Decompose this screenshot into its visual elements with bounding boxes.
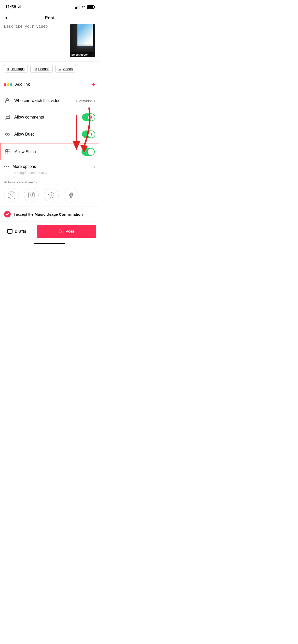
hashtags-button[interactable]: # Hashtags bbox=[4, 65, 28, 72]
instagram-share-button[interactable] bbox=[24, 188, 39, 202]
videos-label: Videos bbox=[63, 67, 73, 71]
svg-rect-4 bbox=[76, 7, 77, 9]
tiktok-circle-share-button[interactable] bbox=[44, 188, 59, 202]
music-confirmation-row[interactable]: I accept the Music Usage Confirmation bbox=[0, 207, 99, 222]
svg-point-11 bbox=[5, 133, 7, 135]
description-input[interactable] bbox=[4, 24, 67, 55]
more-options-label: More options bbox=[12, 164, 36, 169]
videos-button[interactable]: ⊙ Videos bbox=[55, 65, 76, 72]
svg-point-22 bbox=[33, 193, 33, 194]
tiktok-add-icon bbox=[48, 192, 55, 199]
music-confirmation-text: I accept the Music Usage Confirmation bbox=[14, 212, 83, 216]
tiktok-small-icon: ♪ bbox=[92, 53, 94, 56]
svg-rect-18 bbox=[6, 152, 8, 154]
svg-rect-20 bbox=[28, 192, 34, 198]
check-circle-icon bbox=[4, 211, 11, 217]
facebook-share-button[interactable] bbox=[64, 188, 78, 202]
allow-stitch-label: Allow Stitch bbox=[15, 150, 36, 154]
status-bar: 11:58 bbox=[0, 0, 99, 13]
more-chevron-icon: › bbox=[94, 164, 95, 169]
add-link-row[interactable]: Add link + bbox=[0, 76, 99, 93]
share-section: Automatically share to: bbox=[0, 177, 99, 207]
svg-rect-6 bbox=[79, 5, 79, 9]
drafts-button[interactable]: Drafts bbox=[0, 225, 34, 238]
svg-rect-19 bbox=[8, 152, 10, 154]
more-options-row[interactable]: More options › bbox=[0, 160, 99, 171]
post-label: Post bbox=[65, 229, 74, 234]
cover-thumbnail[interactable]: Select cover ♪ bbox=[70, 24, 95, 57]
description-area: Select cover ♪ bbox=[0, 24, 99, 62]
svg-rect-0 bbox=[18, 7, 19, 8]
who-can-watch-value: Everyone bbox=[76, 99, 92, 103]
friends-button[interactable]: @ Friends bbox=[30, 65, 53, 72]
signal-icon bbox=[75, 5, 79, 9]
svg-rect-17 bbox=[8, 150, 10, 152]
more-options-section: More options › Manage upload quality bbox=[0, 160, 99, 177]
duet-icon bbox=[4, 131, 11, 138]
hashtag-icon: # bbox=[7, 67, 9, 71]
status-icons bbox=[75, 5, 94, 9]
page-title: Post bbox=[45, 15, 55, 21]
svg-rect-7 bbox=[6, 100, 9, 103]
svg-rect-1 bbox=[19, 6, 20, 8]
stitch-icon bbox=[5, 149, 11, 155]
allow-duet-row[interactable]: Allow Duet bbox=[0, 126, 99, 143]
wifi-icon bbox=[81, 5, 86, 9]
facebook-icon bbox=[67, 192, 75, 199]
share-title: Automatically share to: bbox=[4, 180, 95, 184]
music-confirmation-bold: Music Usage Confirmation bbox=[35, 212, 83, 216]
whatsapp-icon bbox=[8, 192, 15, 199]
allow-comments-label: Allow comments bbox=[14, 115, 44, 120]
play-icon: ⊙ bbox=[59, 67, 61, 71]
chevron-icon: › bbox=[94, 98, 95, 103]
home-indicator bbox=[0, 241, 99, 245]
allow-comments-toggle[interactable] bbox=[82, 113, 95, 121]
svg-point-12 bbox=[7, 133, 9, 135]
settings-section: Who can watch this video Everyone › Allo… bbox=[0, 93, 99, 160]
svg-rect-5 bbox=[77, 6, 78, 9]
svg-point-10 bbox=[8, 117, 9, 117]
svg-rect-3 bbox=[75, 7, 76, 9]
svg-point-8 bbox=[6, 117, 7, 117]
sim-icon bbox=[18, 5, 22, 9]
bottom-bar: Drafts Post bbox=[0, 222, 99, 241]
allow-stitch-toggle[interactable] bbox=[82, 148, 95, 156]
svg-point-21 bbox=[30, 194, 32, 196]
at-icon: @ bbox=[34, 67, 37, 71]
who-can-watch-row[interactable]: Who can watch this video Everyone › bbox=[0, 93, 99, 109]
allow-comments-row[interactable]: Allow comments bbox=[0, 109, 99, 126]
svg-rect-2 bbox=[20, 5, 21, 8]
header: < Post bbox=[0, 13, 99, 24]
tags-row: # Hashtags @ Friends ⊙ Videos bbox=[0, 62, 99, 76]
back-button[interactable]: < bbox=[5, 15, 8, 21]
lock-icon bbox=[4, 97, 11, 104]
link-dots-icon bbox=[4, 82, 12, 87]
status-time: 11:58 bbox=[5, 5, 16, 10]
friends-label: Friends bbox=[38, 67, 49, 71]
checkmark-icon bbox=[6, 212, 9, 216]
drafts-icon bbox=[7, 229, 12, 234]
drafts-label: Drafts bbox=[15, 229, 26, 234]
whatsapp-share-button[interactable] bbox=[4, 188, 19, 202]
allow-stitch-row[interactable]: Allow Stitch bbox=[0, 143, 99, 160]
add-link-label: Add link bbox=[15, 82, 30, 87]
select-cover-label: Select cover bbox=[71, 53, 88, 56]
svg-rect-16 bbox=[6, 150, 8, 152]
post-upload-icon bbox=[59, 229, 63, 234]
svg-point-9 bbox=[7, 117, 8, 117]
post-button[interactable]: Post bbox=[37, 225, 96, 238]
share-icons-row bbox=[4, 188, 95, 202]
who-can-watch-label: Who can watch this video bbox=[14, 98, 60, 103]
allow-duet-label: Allow Duet bbox=[14, 132, 34, 137]
home-bar bbox=[34, 243, 65, 244]
instagram-icon bbox=[28, 192, 35, 199]
plus-icon: + bbox=[92, 81, 95, 88]
three-dots-icon bbox=[4, 166, 9, 167]
allow-duet-toggle[interactable] bbox=[82, 130, 95, 138]
svg-rect-26 bbox=[8, 229, 12, 233]
manage-upload-text: Manage upload quality bbox=[0, 171, 99, 177]
hashtags-label: Hashtags bbox=[10, 67, 24, 71]
comment-icon bbox=[4, 114, 11, 121]
battery-icon bbox=[87, 5, 94, 9]
